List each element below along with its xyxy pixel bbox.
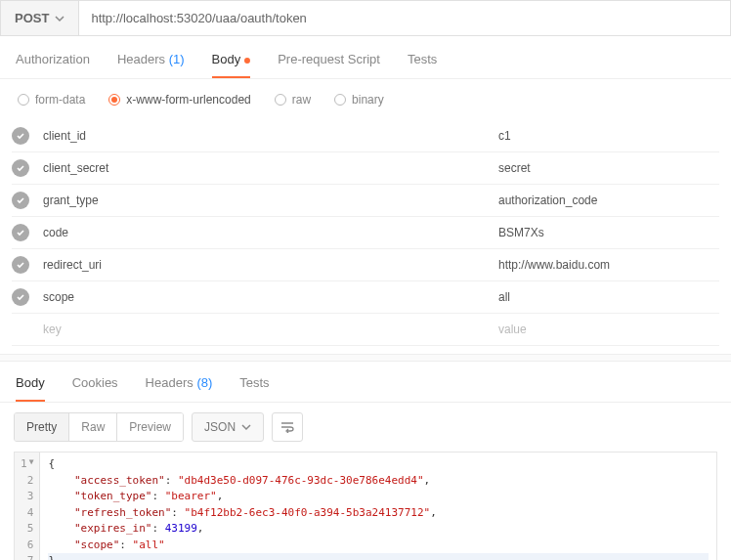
tab-tests[interactable]: Tests	[408, 52, 437, 78]
radio-raw[interactable]: raw	[275, 93, 311, 107]
format-dropdown[interactable]: JSON	[192, 412, 264, 442]
view-mode-group: Pretty Raw Preview	[14, 412, 184, 442]
response-toolbar: Pretty Raw Preview JSON	[0, 403, 731, 452]
param-row[interactable]: grant_typeauthorization_code	[12, 185, 719, 217]
param-key[interactable]: client_id	[39, 129, 498, 143]
body-type-selector: form-data x-www-form-urlencoded raw bina…	[0, 79, 731, 120]
radio-urlencoded[interactable]: x-www-form-urlencoded	[108, 93, 250, 107]
param-value[interactable]: BSM7Xs	[498, 226, 719, 239]
resp-tab-headers[interactable]: Headers (8)	[146, 375, 213, 402]
param-key[interactable]: grant_type	[39, 194, 498, 207]
response-tabs: Body Cookies Headers (8) Tests	[0, 362, 731, 403]
param-value[interactable]: secret	[498, 161, 719, 175]
radio-form-data[interactable]: form-data	[18, 93, 85, 107]
param-key[interactable]: scope	[39, 290, 498, 304]
param-row[interactable]: client_secretsecret	[12, 152, 719, 185]
url-input[interactable]	[79, 1, 730, 35]
tab-authorization[interactable]: Authorization	[16, 52, 90, 78]
method-label: POST	[15, 11, 49, 25]
code-content[interactable]: { "access_token": "db4d3e50-d097-476c-93…	[40, 452, 716, 560]
resp-tab-tests[interactable]: Tests	[239, 375, 269, 402]
param-value[interactable]: c1	[498, 129, 719, 143]
param-row-new[interactable]: keyvalue	[12, 314, 719, 346]
wrap-lines-button[interactable]	[272, 412, 303, 442]
radio-binary[interactable]: binary	[334, 93, 384, 107]
tab-headers[interactable]: Headers (1)	[117, 52, 185, 78]
param-key[interactable]: code	[39, 226, 498, 239]
resp-headers-count: (8)	[196, 375, 212, 390]
line-gutter: 1 ▼234567	[15, 452, 40, 560]
request-tabs: Authorization Headers (1) Body Pre-reque…	[0, 36, 731, 79]
request-bar: POST	[0, 0, 731, 36]
chevron-down-icon	[55, 14, 64, 23]
tab-prerequest[interactable]: Pre-request Script	[278, 52, 380, 78]
param-row[interactable]: redirect_urihttp://www.baidu.com	[12, 249, 719, 281]
param-value-placeholder[interactable]: value	[498, 323, 719, 336]
param-value[interactable]: all	[498, 290, 719, 304]
param-value[interactable]: authorization_code	[498, 194, 719, 207]
param-row[interactable]: client_idc1	[12, 120, 719, 152]
tab-body[interactable]: Body	[212, 52, 251, 78]
view-raw-button[interactable]: Raw	[68, 413, 116, 441]
checkmark-icon[interactable]	[12, 127, 29, 145]
method-dropdown[interactable]: POST	[1, 1, 79, 35]
wrap-icon	[280, 421, 294, 433]
headers-count: (1)	[169, 52, 185, 66]
checkmark-icon[interactable]	[12, 288, 29, 306]
checkmark-icon[interactable]	[12, 159, 29, 177]
view-pretty-button[interactable]: Pretty	[15, 413, 68, 441]
param-value[interactable]: http://www.baidu.com	[498, 258, 719, 272]
response-body: 1 ▼234567 { "access_token": "db4d3e50-d0…	[14, 452, 717, 560]
param-key-placeholder[interactable]: key	[39, 323, 498, 336]
dirty-indicator-icon	[244, 58, 250, 64]
checkmark-icon[interactable]	[12, 192, 29, 209]
params-table: client_idc1client_secretsecretgrant_type…	[0, 120, 731, 346]
param-key[interactable]: redirect_uri	[39, 258, 498, 272]
chevron-down-icon	[241, 422, 251, 432]
view-preview-button[interactable]: Preview	[116, 413, 183, 441]
checkmark-icon[interactable]	[12, 256, 29, 274]
section-divider	[0, 354, 731, 362]
resp-tab-body[interactable]: Body	[16, 375, 45, 402]
param-row[interactable]: codeBSM7Xs	[12, 217, 719, 249]
checkmark-icon[interactable]	[12, 224, 29, 241]
param-key[interactable]: client_secret	[39, 161, 498, 175]
resp-tab-cookies[interactable]: Cookies	[72, 375, 118, 402]
param-row[interactable]: scopeall	[12, 281, 719, 314]
